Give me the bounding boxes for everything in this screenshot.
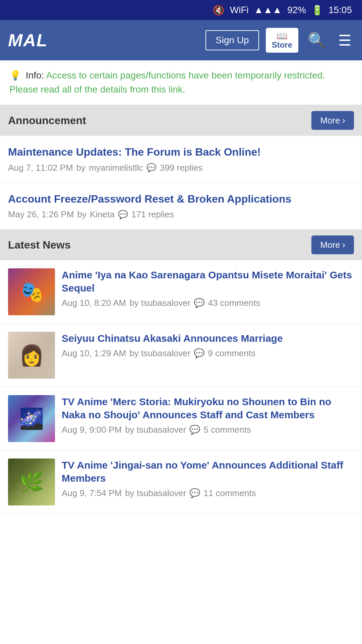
news-section-header: Latest News More bbox=[0, 229, 362, 260]
signup-button[interactable]: Sign Up bbox=[205, 30, 259, 50]
battery-icon: 🔋 bbox=[311, 5, 323, 16]
info-text[interactable]: Access to certain pages/functions have b… bbox=[9, 70, 325, 95]
announcement-more-button[interactable]: More bbox=[311, 111, 354, 130]
clock: 15:05 bbox=[328, 5, 352, 15]
store-label: Store bbox=[272, 41, 292, 49]
news-item-2[interactable]: 👩 Seiyuu Chinatsu Akasaki Announces Marr… bbox=[0, 324, 362, 387]
news-meta-2: Aug 10, 1:29 AM by tsubasalover 💬 9 comm… bbox=[62, 348, 354, 359]
news-list: 🎭 Anime 'Iya na Kao Sarenagara Opantsu M… bbox=[0, 260, 362, 514]
news-meta-1: Aug 10, 8:20 AM by tsubasalover 💬 43 com… bbox=[62, 298, 354, 308]
info-icon: 💡 bbox=[9, 70, 21, 80]
news-comments-4: 11 comments bbox=[203, 488, 256, 498]
announcement-date-2: May 26, 1:26 PM bbox=[8, 209, 74, 220]
news-title-2[interactable]: Seiyuu Chinatsu Akasaki Announces Marria… bbox=[62, 332, 354, 345]
info-label: Info: bbox=[26, 70, 44, 80]
comment-icon-news-4: 💬 bbox=[189, 488, 200, 498]
comment-icon-1: 💬 bbox=[146, 163, 157, 172]
news-item-1[interactable]: 🎭 Anime 'Iya na Kao Sarenagara Opantsu M… bbox=[0, 260, 362, 324]
announcement-item-1[interactable]: Maintenance Updates: The Forum is Back O… bbox=[0, 136, 362, 183]
news-comments-1: 43 comments bbox=[208, 298, 260, 308]
store-button[interactable]: 📖 Store bbox=[266, 28, 298, 53]
comment-icon-news-1: 💬 bbox=[194, 298, 204, 308]
thumb-placeholder-2: 👩 bbox=[8, 332, 55, 379]
announcement-meta-2: May 26, 1:26 PM by Kineta 💬 171 replies bbox=[8, 209, 354, 220]
mute-icon: 🔇 bbox=[213, 5, 225, 16]
news-by-4: by tsubasalover bbox=[125, 488, 186, 498]
announcement-author-1: myanimelistllc bbox=[89, 163, 143, 173]
app-header: MAL Sign Up 📖 Store 🔍 ☰ bbox=[0, 20, 362, 60]
news-comments-2: 9 comments bbox=[208, 348, 255, 359]
news-comments-3: 5 comments bbox=[203, 425, 251, 435]
menu-icon[interactable]: ☰ bbox=[336, 29, 354, 52]
news-thumbnail-2: 👩 bbox=[8, 332, 55, 379]
status-bar: 🔇 WiFi ▲▲▲ 92% 🔋 15:05 bbox=[0, 0, 362, 20]
news-thumbnail-1: 🎭 bbox=[8, 268, 55, 315]
announcement-title-1[interactable]: Maintenance Updates: The Forum is Back O… bbox=[8, 145, 354, 159]
news-title-3[interactable]: TV Anime 'Merc Storia: Mukiryoku no Shou… bbox=[62, 395, 354, 421]
news-content-2: Seiyuu Chinatsu Akasaki Announces Marria… bbox=[62, 332, 354, 359]
news-item-3[interactable]: 🌌 TV Anime 'Merc Storia: Mukiryoku no Sh… bbox=[0, 387, 362, 450]
news-title-4[interactable]: TV Anime 'Jingai-san no Yome' Announces … bbox=[62, 459, 354, 485]
news-date-1: Aug 10, 8:20 AM bbox=[62, 298, 126, 308]
announcement-title: Announcement bbox=[8, 114, 86, 127]
news-by-2: by tsubasalover bbox=[129, 348, 190, 359]
announcement-replies-2: 171 replies bbox=[131, 209, 174, 220]
announcement-date-1: Aug 7, 11:02 PM bbox=[8, 163, 73, 173]
announcement-meta-1: Aug 7, 11:02 PM by myanimelistllc 💬 399 … bbox=[8, 163, 354, 173]
battery-percent: 92% bbox=[287, 5, 306, 15]
wifi-icon: WiFi bbox=[230, 5, 249, 15]
news-content-1: Anime 'Iya na Kao Sarenagara Opantsu Mis… bbox=[62, 268, 354, 308]
news-date-4: Aug 9, 7:54 PM bbox=[62, 488, 122, 498]
news-content-3: TV Anime 'Merc Storia: Mukiryoku no Shou… bbox=[62, 395, 354, 435]
thumb-placeholder-1: 🎭 bbox=[8, 268, 55, 315]
thumb-placeholder-3: 🌌 bbox=[8, 395, 55, 442]
search-icon[interactable]: 🔍 bbox=[305, 29, 329, 52]
news-thumbnail-4: 🌿 bbox=[8, 459, 55, 505]
news-title-1[interactable]: Anime 'Iya na Kao Sarenagara Opantsu Mis… bbox=[62, 268, 354, 294]
info-banner: 💡 Info: Access to certain pages/function… bbox=[0, 60, 362, 105]
news-by-3: by tsubasalover bbox=[125, 425, 186, 435]
news-meta-4: Aug 9, 7:54 PM by tsubasalover 💬 11 comm… bbox=[62, 488, 354, 498]
news-more-button[interactable]: More bbox=[311, 235, 354, 254]
comment-icon-2: 💬 bbox=[118, 210, 128, 219]
news-date-2: Aug 10, 1:29 AM bbox=[62, 348, 126, 359]
announcement-section-header: Announcement More bbox=[0, 105, 362, 136]
thumb-placeholder-4: 🌿 bbox=[8, 459, 55, 505]
news-item-4[interactable]: 🌿 TV Anime 'Jingai-san no Yome' Announce… bbox=[0, 450, 362, 514]
store-book-icon: 📖 bbox=[277, 31, 287, 41]
announcement-by-2: by bbox=[77, 209, 86, 220]
comment-icon-news-3: 💬 bbox=[189, 425, 200, 435]
app-logo[interactable]: MAL bbox=[8, 30, 199, 50]
announcement-by-1: by bbox=[76, 163, 85, 173]
news-date-3: Aug 9, 9:00 PM bbox=[62, 425, 122, 435]
news-thumbnail-3: 🌌 bbox=[8, 395, 55, 442]
announcement-title-2[interactable]: Account Freeze/Password Reset & Broken A… bbox=[8, 192, 354, 206]
comment-icon-news-2: 💬 bbox=[194, 348, 204, 359]
announcement-author-2: Kineta bbox=[90, 209, 115, 220]
news-content-4: TV Anime 'Jingai-san no Yome' Announces … bbox=[62, 459, 354, 498]
news-by-1: by tsubasalover bbox=[129, 298, 190, 308]
news-meta-3: Aug 9, 9:00 PM by tsubasalover 💬 5 comme… bbox=[62, 425, 354, 435]
announcement-item-2[interactable]: Account Freeze/Password Reset & Broken A… bbox=[0, 183, 362, 230]
news-section-title: Latest News bbox=[8, 239, 71, 251]
signal-icon: ▲▲▲ bbox=[254, 5, 282, 15]
announcement-replies-1: 399 replies bbox=[160, 163, 202, 173]
